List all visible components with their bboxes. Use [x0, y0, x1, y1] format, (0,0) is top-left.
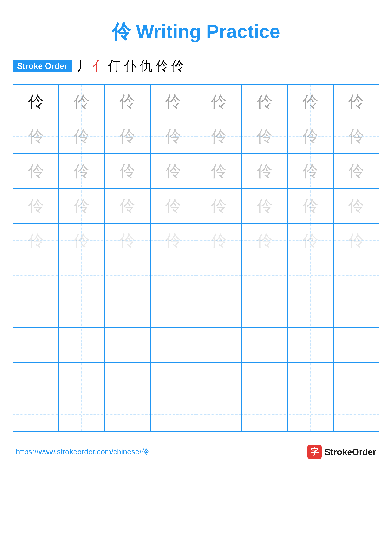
- grid-cell-r5c8[interactable]: 伶: [333, 223, 379, 258]
- grid-cell-r8c5[interactable]: [196, 328, 242, 362]
- grid-cell-r3c7[interactable]: 伶: [287, 154, 333, 189]
- grid-cell-r1c3[interactable]: 伶: [105, 84, 150, 119]
- grid-cell-r8c4[interactable]: [150, 328, 196, 362]
- grid-cell-r7c1[interactable]: [13, 293, 59, 328]
- grid-cell-r8c7[interactable]: [287, 328, 333, 362]
- grid-cell-r10c7[interactable]: [287, 397, 333, 432]
- grid-cell-r7c3[interactable]: [105, 293, 150, 328]
- grid-cell-r5c3[interactable]: 伶: [105, 223, 150, 258]
- grid-cell-r2c2[interactable]: 伶: [59, 119, 104, 154]
- grid-cell-r5c6[interactable]: 伶: [242, 223, 287, 258]
- char-r3c1: 伶: [28, 163, 44, 179]
- grid-cell-r9c3[interactable]: [105, 362, 150, 397]
- grid-cell-r9c8[interactable]: [333, 362, 379, 397]
- grid-cell-r10c5[interactable]: [196, 397, 242, 432]
- grid-cell-r10c3[interactable]: [105, 397, 150, 432]
- grid-cell-r6c1[interactable]: [13, 258, 59, 293]
- grid-cell-r3c1[interactable]: 伶: [13, 154, 59, 189]
- grid-cell-r2c7[interactable]: 伶: [287, 119, 333, 154]
- grid-cell-r9c4[interactable]: [150, 362, 196, 397]
- page-title: 伶 Writing Practice: [13, 19, 379, 45]
- grid-cell-r4c3[interactable]: 伶: [105, 189, 150, 223]
- char-r3c7: 伶: [302, 163, 318, 179]
- stroke-4: 仆: [124, 58, 137, 74]
- grid-cell-r7c6[interactable]: [242, 293, 287, 328]
- grid-cell-r3c8[interactable]: 伶: [333, 154, 379, 189]
- grid-cell-r1c4[interactable]: 伶: [150, 84, 196, 119]
- grid-cell-r4c4[interactable]: 伶: [150, 189, 196, 223]
- grid-cell-r6c8[interactable]: [333, 258, 379, 293]
- grid-cell-r7c7[interactable]: [287, 293, 333, 328]
- grid-cell-r9c7[interactable]: [287, 362, 333, 397]
- char-r3c5: 伶: [211, 163, 227, 179]
- grid-cell-r6c3[interactable]: [105, 258, 150, 293]
- grid-cell-r2c5[interactable]: 伶: [196, 119, 242, 154]
- char-r4c7: 伶: [302, 198, 318, 214]
- grid-cell-r6c2[interactable]: [59, 258, 104, 293]
- stroke-6: 伶: [156, 58, 168, 74]
- grid-cell-r3c6[interactable]: 伶: [242, 154, 287, 189]
- grid-cell-r8c3[interactable]: [105, 328, 150, 362]
- grid-cell-r10c6[interactable]: [242, 397, 287, 432]
- grid-cell-r1c7[interactable]: 伶: [287, 84, 333, 119]
- footer-url[interactable]: https://www.strokeorder.com/chinese/伶: [16, 447, 149, 457]
- grid-cell-r6c5[interactable]: [196, 258, 242, 293]
- grid-cell-r10c8[interactable]: [333, 397, 379, 432]
- grid-cell-r4c7[interactable]: 伶: [287, 189, 333, 223]
- grid-cell-r3c5[interactable]: 伶: [196, 154, 242, 189]
- grid-cell-r4c5[interactable]: 伶: [196, 189, 242, 223]
- grid-cell-r7c2[interactable]: [59, 293, 104, 328]
- grid-cell-r5c4[interactable]: 伶: [150, 223, 196, 258]
- grid-cell-r6c7[interactable]: [287, 258, 333, 293]
- stroke-2: 亻: [92, 58, 105, 74]
- grid-cell-r4c8[interactable]: 伶: [333, 189, 379, 223]
- char-r3c2: 伶: [74, 163, 90, 179]
- char-r4c5: 伶: [211, 198, 227, 214]
- grid-cell-r5c7[interactable]: 伶: [287, 223, 333, 258]
- grid-cell-r1c8[interactable]: 伶: [333, 84, 379, 119]
- grid-cell-r2c8[interactable]: 伶: [333, 119, 379, 154]
- grid-cell-r5c5[interactable]: 伶: [196, 223, 242, 258]
- grid-cell-r9c1[interactable]: [13, 362, 59, 397]
- grid-cell-r4c6[interactable]: 伶: [242, 189, 287, 223]
- grid-cell-r1c2[interactable]: 伶: [59, 84, 104, 119]
- grid-cell-r3c4[interactable]: 伶: [150, 154, 196, 189]
- grid-cell-r3c2[interactable]: 伶: [59, 154, 104, 189]
- grid-cell-r10c1[interactable]: [13, 397, 59, 432]
- char-r5c2: 伶: [74, 233, 90, 248]
- grid-cell-r5c2[interactable]: 伶: [59, 223, 104, 258]
- grid-cell-r7c8[interactable]: [333, 293, 379, 328]
- grid-cell-r4c2[interactable]: 伶: [59, 189, 104, 223]
- grid-cell-r8c2[interactable]: [59, 328, 104, 362]
- grid-cell-r7c4[interactable]: [150, 293, 196, 328]
- grid-cell-r8c6[interactable]: [242, 328, 287, 362]
- grid-cell-r10c4[interactable]: [150, 397, 196, 432]
- char-r4c2: 伶: [74, 198, 90, 214]
- grid-cell-r2c4[interactable]: 伶: [150, 119, 196, 154]
- grid-cell-r2c3[interactable]: 伶: [105, 119, 150, 154]
- grid-cell-r6c6[interactable]: [242, 258, 287, 293]
- grid-cell-r2c1[interactable]: 伶: [13, 119, 59, 154]
- grid-cell-r4c1[interactable]: 伶: [13, 189, 59, 223]
- char-r2c3: 伶: [119, 128, 135, 144]
- grid-cell-r8c8[interactable]: [333, 328, 379, 362]
- grid-cell-r1c5[interactable]: 伶: [196, 84, 242, 119]
- grid-cell-r5c1[interactable]: 伶: [13, 223, 59, 258]
- char-r5c5: 伶: [211, 233, 227, 248]
- grid-cell-r9c2[interactable]: [59, 362, 104, 397]
- practice-grid: 伶 伶 伶 伶 伶 伶 伶 伶 伶 伶 伶 伶 伶 伶 伶 伶: [13, 84, 379, 432]
- char-r5c6: 伶: [257, 233, 273, 248]
- grid-cell-r8c1[interactable]: [13, 328, 59, 362]
- char-r1c1: 伶: [28, 94, 44, 110]
- grid-cell-r1c1[interactable]: 伶: [13, 84, 59, 119]
- grid-cell-r2c6[interactable]: 伶: [242, 119, 287, 154]
- grid-cell-r10c2[interactable]: [59, 397, 104, 432]
- grid-cell-r7c5[interactable]: [196, 293, 242, 328]
- grid-cell-r9c6[interactable]: [242, 362, 287, 397]
- grid-cell-r1c6[interactable]: 伶: [242, 84, 287, 119]
- char-r2c1: 伶: [28, 128, 44, 144]
- grid-cell-r6c4[interactable]: [150, 258, 196, 293]
- grid-cell-r9c5[interactable]: [196, 362, 242, 397]
- grid-cell-r3c3[interactable]: 伶: [105, 154, 150, 189]
- char-r3c6: 伶: [257, 163, 273, 179]
